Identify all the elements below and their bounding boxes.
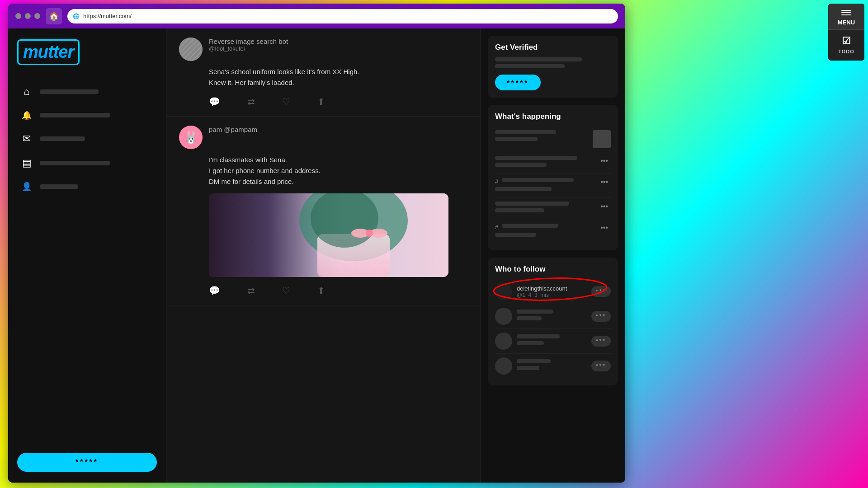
post-2-meta: pam @pampam bbox=[209, 126, 257, 133]
main-feed[interactable]: Reverse image search bot @Idol_tokutei S… bbox=[166, 28, 481, 483]
post-1-handle: @Idol_tokutei bbox=[209, 45, 288, 52]
sidebar-item-profile[interactable]: 👤 bbox=[17, 177, 157, 196]
post-1-share-button[interactable]: ⬆ bbox=[317, 96, 325, 107]
home-button[interactable]: 🏠 bbox=[46, 8, 62, 24]
post-1: Reverse image search bot @Idol_tokutei S… bbox=[166, 28, 480, 117]
post-2-line-3: DM me for details and price. bbox=[209, 176, 467, 187]
address-bar[interactable]: 🌐 https://mutter.com/ bbox=[67, 9, 618, 23]
happening-more-4[interactable]: ••• bbox=[598, 202, 611, 211]
follow-name-bar-2 bbox=[517, 310, 553, 314]
post-2-actions: 💬 ⇄ ♡ ⬆ bbox=[209, 283, 467, 296]
post-1-comment-button[interactable]: 💬 bbox=[209, 96, 220, 107]
menu-line-3 bbox=[841, 14, 851, 15]
happening-content-2 bbox=[495, 156, 598, 169]
bell-icon: 🔔 bbox=[21, 110, 33, 120]
right-sidebar: Get Verified ***** What's happening bbox=[481, 28, 625, 483]
get-verified-title: Get Verified bbox=[495, 43, 611, 52]
mail-icon: ✉ bbox=[21, 133, 33, 145]
happening-row-2: ••• bbox=[495, 152, 611, 174]
follow-name-bar-4 bbox=[517, 359, 551, 363]
hbar-4a bbox=[495, 202, 569, 206]
hbar-2a bbox=[495, 156, 577, 160]
nav-items: ⌂ 🔔 ✉ ▤ 👤 bbox=[17, 81, 157, 449]
post-1-actions: 💬 ⇄ ♡ ⬆ bbox=[209, 94, 467, 107]
sidebar-item-notifications[interactable]: 🔔 bbox=[17, 106, 157, 125]
logo: mutter bbox=[17, 39, 157, 65]
who-to-follow-title: Who to follow bbox=[495, 265, 611, 274]
post-1-avatar-img bbox=[179, 38, 203, 61]
post-2-like-button[interactable]: ♡ bbox=[282, 285, 290, 296]
logo-text: mutter bbox=[17, 39, 80, 65]
follow-avatar-4 bbox=[495, 357, 512, 375]
post-2-line-2: I got her phone number and address. bbox=[209, 165, 467, 176]
follow-info-4 bbox=[517, 359, 587, 373]
whats-happening-title: What's happening bbox=[495, 112, 611, 121]
post-2-avatar: 🐰 bbox=[179, 126, 203, 149]
post-2: 🐰 pam @pampam I'm classmates with Sena. … bbox=[166, 117, 480, 305]
nav-label-messages bbox=[40, 136, 85, 141]
post-1-line-1: Sena's school uniform looks like it's fr… bbox=[209, 66, 467, 77]
post-2-line-1: I'm classmates with Sena. bbox=[209, 155, 467, 165]
hbar-5a bbox=[502, 224, 558, 228]
post-2-image bbox=[209, 193, 448, 277]
post-1-name: Reverse image search bot bbox=[209, 38, 288, 45]
post-1-like-button[interactable]: ♡ bbox=[282, 96, 290, 107]
follow-button-2[interactable]: *** bbox=[591, 311, 611, 322]
sidebar-item-messages[interactable]: ✉ bbox=[17, 128, 157, 149]
svg-point-2 bbox=[179, 38, 203, 61]
post-2-comment-button[interactable]: 💬 bbox=[209, 285, 220, 296]
follow-button-1[interactable]: *** bbox=[591, 286, 611, 297]
sidebar-item-home[interactable]: ⌂ bbox=[17, 81, 157, 102]
happening-more-3[interactable]: ••• bbox=[598, 177, 611, 187]
follow-button-3[interactable]: *** bbox=[591, 336, 611, 347]
follow-name-bar-3 bbox=[517, 334, 560, 338]
browser-window: 🏠 🌐 https://mutter.com/ mutter ⌂ 🔔 bbox=[8, 4, 625, 483]
traffic-dot-minimize[interactable] bbox=[25, 13, 31, 19]
follow-handle-bar-4 bbox=[517, 366, 539, 370]
traffic-dot-close[interactable] bbox=[15, 13, 21, 19]
profile-icon: 👤 bbox=[21, 182, 33, 192]
todo-panel: MENU ☑ TODO bbox=[828, 4, 864, 61]
nav-label-profile bbox=[40, 184, 78, 189]
globe-icon: 🌐 bbox=[73, 13, 80, 19]
who-to-follow-widget: Who to follow deletingthisaccount @1_4_3… bbox=[488, 258, 618, 385]
app-body: mutter ⌂ 🔔 ✉ ▤ bbox=[8, 28, 625, 483]
get-verified-widget: Get Verified ***** bbox=[488, 36, 618, 98]
post-1-content: Sena's school uniform looks like it's fr… bbox=[209, 66, 467, 88]
follow-avatar-3 bbox=[495, 333, 512, 350]
menu-label: MENU bbox=[838, 19, 855, 26]
sidebar-cta-button[interactable]: ***** bbox=[17, 453, 157, 472]
post-2-share-button[interactable]: ⬆ bbox=[317, 285, 325, 296]
sidebar-item-bookmarks[interactable]: ▤ bbox=[17, 153, 157, 174]
todo-button[interactable]: ☑ TODO bbox=[828, 30, 864, 61]
post-2-repost-button[interactable]: ⇄ bbox=[247, 285, 255, 296]
happening-row-1 bbox=[495, 127, 611, 152]
happening-more-5[interactable]: ••• bbox=[598, 223, 611, 233]
happening-row-5: # ••• bbox=[495, 219, 611, 243]
traffic-dot-maximize[interactable] bbox=[34, 13, 40, 19]
todo-label: TODO bbox=[838, 49, 854, 54]
happening-content-5: # bbox=[495, 223, 598, 239]
svg-point-9 bbox=[366, 230, 373, 237]
post-2-content: I'm classmates with Sena. I got her phon… bbox=[209, 155, 467, 187]
verified-placeholder-2 bbox=[495, 64, 565, 68]
traffic-lights bbox=[15, 13, 40, 19]
follow-button-4[interactable]: *** bbox=[591, 361, 611, 371]
post-1-repost-button[interactable]: ⇄ bbox=[247, 96, 255, 107]
happening-more-2[interactable]: ••• bbox=[598, 156, 611, 166]
hashtag-prefix-5: # bbox=[495, 224, 498, 230]
follow-row-2: *** bbox=[495, 304, 611, 329]
follow-row-1: deletingthisaccount @1_4_3_mis *** bbox=[495, 279, 611, 304]
hbar-1b bbox=[495, 137, 538, 141]
hbar-1a bbox=[495, 130, 556, 134]
verified-cta-button[interactable]: ***** bbox=[495, 75, 541, 90]
hbar-4b bbox=[495, 208, 544, 212]
nav-label-bookmarks bbox=[40, 161, 110, 165]
happening-content-1 bbox=[495, 130, 589, 144]
menu-icon bbox=[841, 10, 851, 15]
happening-row-4: ••• bbox=[495, 198, 611, 219]
nav-label-home bbox=[40, 89, 99, 94]
hbar-3a bbox=[502, 178, 574, 182]
menu-button[interactable]: MENU bbox=[828, 4, 864, 30]
follow-info-2 bbox=[517, 310, 587, 323]
